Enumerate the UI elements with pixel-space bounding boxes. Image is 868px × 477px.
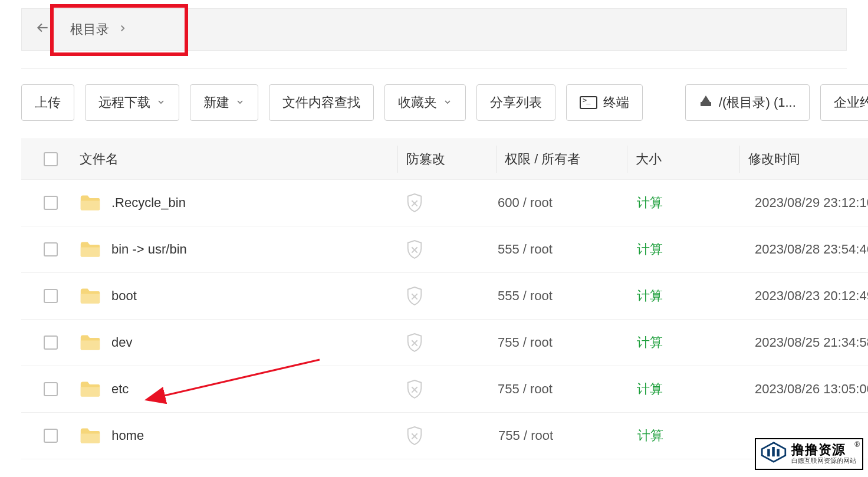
breadcrumb-root[interactable]: 根目录 [63,9,140,50]
row-name-cell[interactable]: dev [80,334,397,351]
compute-size-link[interactable]: 计算 [637,380,663,398]
watermark-subtitle: 白嫖互联网资源的网站 [791,457,856,465]
compute-size-link[interactable]: 计算 [637,287,663,305]
toolbar: 上传 远程下载 新建 文件内容查找 收藏夹 分享列表 终端 /(根目录) (1.… [21,84,868,121]
compute-size-link[interactable]: 计算 [637,334,663,351]
upload-button[interactable]: 上传 [21,84,74,121]
table-row[interactable]: bin -> usr/bin 555 / root 计算 2023/08/28 … [21,226,868,273]
shield-x-icon [406,379,423,399]
row-filename: bin -> usr/bin [111,242,187,257]
header-checkbox-cell [21,152,80,166]
remote-download-label: 远程下载 [98,94,150,111]
row-checkbox[interactable] [44,242,58,256]
row-perm-cell[interactable]: 600 / root [495,195,626,210]
row-perm-cell[interactable]: 755 / root [496,428,627,443]
back-arrow-icon [35,20,50,40]
row-tamper-cell[interactable] [397,193,495,213]
svg-rect-0 [701,102,711,106]
row-checkbox-cell [21,242,80,256]
row-tamper-cell[interactable] [397,426,496,446]
divider [21,68,847,69]
terminal-button[interactable]: 终端 [566,84,643,121]
row-name-cell[interactable]: etc [80,380,397,398]
row-name-cell[interactable]: bin -> usr/bin [80,241,397,258]
row-perm-cell[interactable]: 555 / root [495,288,626,304]
header-tamper[interactable]: 防篡改 [397,146,496,173]
row-checkbox-cell [21,335,80,350]
row-perm-cell[interactable]: 555 / root [495,242,626,257]
favorites-button[interactable]: 收藏夹 [384,84,466,121]
remote-download-button[interactable]: 远程下载 [85,84,179,121]
chevron-down-icon [443,97,452,108]
row-name-cell[interactable]: home [80,427,397,445]
row-size-cell: 计算 [626,287,738,305]
row-checkbox-cell [21,382,80,396]
favorites-label: 收藏夹 [398,94,437,111]
watermark-logo-icon [761,442,787,465]
row-size-cell: 计算 [627,427,739,445]
new-label: 新建 [203,94,229,111]
header-perm[interactable]: 权限 / 所有者 [496,146,627,173]
row-name-cell[interactable]: .Recycle_bin [80,194,397,212]
chevron-down-icon [156,97,166,108]
share-list-button[interactable]: 分享列表 [476,84,555,121]
watermark-title: 撸撸资源 [791,442,856,457]
table-header: 文件名 防篡改 权限 / 所有者 大小 修改时间 [21,139,868,180]
row-checkbox[interactable] [44,382,58,396]
compute-size-link[interactable]: 计算 [637,241,663,258]
row-checkbox[interactable] [44,196,58,210]
row-checkbox[interactable] [44,335,58,350]
breadcrumb-back-button[interactable] [22,9,63,50]
shield-x-icon [406,286,423,306]
chevron-right-icon [117,22,128,37]
row-name-cell[interactable]: boot [80,287,397,305]
row-mtime-cell: 2023/08/26 13:05:00 [738,381,868,397]
row-perm-cell[interactable]: 755 / root [495,335,626,350]
row-perm-cell[interactable]: 755 / root [495,381,626,397]
folder-icon [80,287,101,305]
header-mtime[interactable]: 修改时间 [739,146,868,173]
row-filename: home [111,428,144,443]
row-size-cell: 计算 [626,241,738,258]
shield-x-icon [406,333,423,353]
header-filename[interactable]: 文件名 [80,150,397,168]
table-row[interactable]: .Recycle_bin 600 / root 计算 2023/08/29 23… [21,180,868,226]
breadcrumb-root-label: 根目录 [70,21,109,38]
row-tamper-cell[interactable] [397,379,495,399]
row-size-cell: 计算 [626,380,738,398]
table-row[interactable]: etc 755 / root 计算 2023/08/26 13:05:00 [21,366,868,413]
row-mtime-cell: 2023/08/23 20:12:49 [738,288,868,304]
terminal-label: 终端 [603,94,629,111]
row-checkbox[interactable] [44,429,58,443]
folder-icon [80,334,101,351]
find-content-button[interactable]: 文件内容查找 [269,84,374,121]
row-filename: etc [111,381,129,397]
disk-selector-button[interactable]: /(根目录) (1... [685,84,810,121]
compute-size-link[interactable]: 计算 [637,427,663,445]
row-checkbox[interactable] [44,289,58,303]
header-size[interactable]: 大小 [627,146,739,173]
new-button[interactable]: 新建 [190,84,258,121]
table-row[interactable]: home 755 / root 计算 [21,413,868,459]
row-mtime-cell: 2023/08/29 23:12:10 [738,195,868,210]
folder-icon [80,194,101,212]
select-all-checkbox[interactable] [44,152,58,166]
folder-icon [80,241,101,258]
row-mtime-cell: 2023/08/25 21:34:58 [738,335,868,350]
table-row[interactable]: dev 755 / root 计算 2023/08/25 21:34:58 [21,320,868,366]
shield-x-icon [406,193,423,213]
row-tamper-cell[interactable] [397,286,495,306]
enterprise-label: 企业约 [834,94,868,111]
row-checkbox-cell [21,429,80,443]
table-row[interactable]: boot 555 / root 计算 2023/08/23 20:12:49 [21,273,868,320]
row-tamper-cell[interactable] [397,239,495,259]
breadcrumb: 根目录 [21,8,847,51]
compute-size-link[interactable]: 计算 [637,194,663,212]
enterprise-button[interactable]: 企业约 [820,84,868,121]
terminal-icon [580,96,597,109]
row-tamper-cell[interactable] [397,333,495,353]
row-checkbox-cell [21,196,80,210]
row-checkbox-cell [21,289,80,303]
row-size-cell: 计算 [626,334,738,351]
row-filename: .Recycle_bin [111,195,186,210]
